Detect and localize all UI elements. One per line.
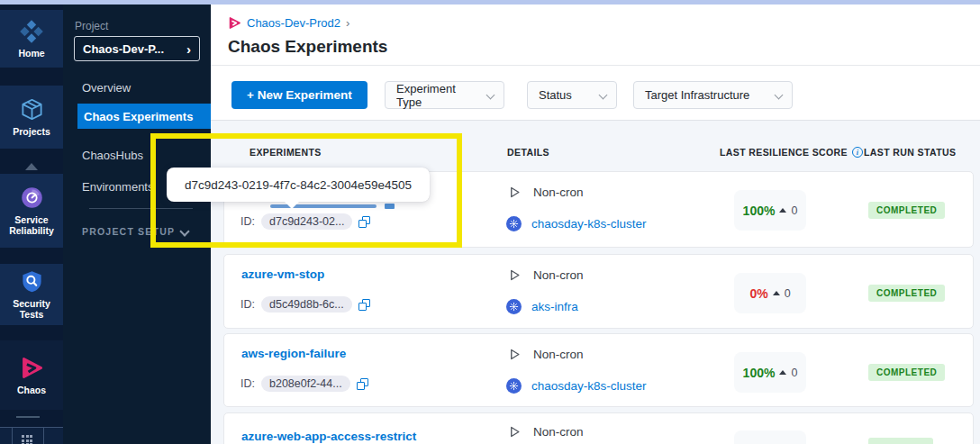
toolbar: + New Experiment Experiment Type Status … [211,66,980,121]
delta-up-icon [779,370,786,375]
score-value: 100% [743,204,776,218]
rail-item-service-reliability[interactable]: Service Reliability [0,174,63,248]
column-header-experiments: EXPERIMENTS [250,147,322,158]
main-content: Chaos-Dev-Prod2 › Chaos Experiments + Ne… [211,5,980,444]
rail-item-home[interactable]: Home [0,10,63,68]
experiment-name-link[interactable]: aws-region-failure [241,347,346,360]
copy-icon[interactable] [358,299,370,311]
schedule-label: Non-cron [533,348,584,361]
sidebar-item-chaoshubs[interactable]: ChaosHubs [82,149,143,162]
play-icon [508,348,522,361]
column-header-last-run-status: LAST RUN STATUS [864,147,956,158]
rail-item-chaos[interactable]: Chaos [0,340,63,410]
rail-item-label: Chaos [17,385,46,395]
column-header-resilience-score: LAST RESILIENCE SCORE i [720,147,863,158]
kubernetes-icon [506,378,522,394]
rail-scroll-up-icon[interactable] [25,163,38,170]
experiment-type-filter[interactable]: Experiment Type [385,81,504,109]
delta-up-icon [773,291,780,295]
tooltip-caret [284,201,300,209]
chevron-right-icon: › [186,42,191,56]
resilience-score-pill[interactable]: 0% 0 [734,273,806,313]
breadcrumb-project-link[interactable]: Chaos-Dev-Prod2 [247,16,340,30]
schedule-cell: Non-cron [508,268,584,282]
chaos-icon [20,356,44,380]
schedule-cell: Non-cron [508,425,584,439]
status-badge: COMPLETED [868,202,945,219]
experiment-id-value: d5c49d8b-6c... [261,296,352,313]
rail-item-label: Service Reliability [6,214,57,236]
score-delta: 0 [785,287,791,300]
experiment-id-row: ID: d5c49d8b-6c... [240,296,370,313]
rail-item-label: Security Tests [0,298,63,320]
chaos-breadcrumb-icon [228,16,241,30]
rail-item-security-tests[interactable]: Security Tests [0,264,63,325]
rail-item-label: Home [18,48,44,59]
filter-label: Experiment Type [396,82,476,109]
resilience-score-pill[interactable] [734,430,806,444]
play-icon [508,186,522,199]
delta-up-icon [779,208,786,213]
app-launcher-grid-icon[interactable] [22,435,33,444]
rail-bottom-bar [0,427,63,444]
obscured-copy-icon [385,204,395,209]
id-label: ID: [240,215,255,228]
infrastructure-link[interactable]: aks-infra [531,300,578,313]
schedule-cell: Non-cron [508,348,584,361]
sidebar-item-label: Chaos Experiments [84,110,193,123]
rail-item-label: Projects [13,126,50,137]
schedule-label: Non-cron [533,186,584,199]
page-header: Chaos-Dev-Prod2 › Chaos Experiments [211,5,980,66]
id-label: ID: [240,377,255,390]
copy-icon[interactable] [357,378,368,390]
status-filter[interactable]: Status [527,81,617,109]
schedule-label: Non-cron [533,425,584,439]
kubernetes-icon [506,299,522,314]
status-badge: COMPLETED [868,364,945,381]
chevron-down-icon [775,91,784,100]
tooltip-text: d7c9d243-0219-4f7c-84c2-3004e59e4505 [185,178,412,192]
project-selector[interactable]: Chaos-Dev-P... › [74,36,200,61]
id-label: ID: [240,298,255,311]
info-icon[interactable]: i [852,147,863,158]
experiment-name-link[interactable]: azure-vm-stop [241,267,324,281]
security-tests-shield-icon [20,269,44,294]
experiment-name-link[interactable]: azure-web-app-access-restrict [241,430,416,443]
play-icon [508,268,522,282]
score-value: 0% [749,286,767,301]
rail-divider [16,416,40,418]
table-row[interactable]: azure-vm-stop ID: d5c49d8b-6c... Non-cro… [223,254,974,329]
project-setup-section[interactable]: PROJECT SETUP [82,226,175,237]
new-experiment-button[interactable]: + New Experiment [231,81,368,109]
resilience-score-pill[interactable]: 100% 0 [734,190,806,231]
home-icon [20,20,43,43]
infrastructure-link[interactable]: chaosday-k8s-cluster [531,217,647,231]
column-header-label: LAST RESILIENCE SCORE [720,147,848,158]
breadcrumb-separator: › [346,16,349,30]
infrastructure-link[interactable]: chaosday-k8s-cluster [531,379,647,393]
resilience-score-pill[interactable]: 100% 0 [734,352,806,393]
experiment-id-value: b208e0f2-44... [261,376,350,392]
infrastructure-cell: chaosday-k8s-cluster [506,378,647,394]
experiment-id-value: d7c9d243-02... [261,213,352,230]
copy-icon[interactable] [358,216,370,228]
sidebar-item-chaos-experiments[interactable]: Chaos Experiments [77,104,211,129]
table-row[interactable]: azure-web-app-access-restrict Non-cron [223,412,974,444]
sidebar-item-overview[interactable]: Overview [82,81,131,95]
play-icon [508,425,522,439]
table-row[interactable]: aws-region-failure ID: b208e0f2-44... No… [223,333,974,407]
breadcrumb: Chaos-Dev-Prod2 › [228,16,349,30]
status-badge: COMPLETED [868,285,945,302]
schedule-label: Non-cron [533,268,584,282]
sidebar-item-environments[interactable]: Environments [82,180,153,194]
project-sidebar: Project Chaos-Dev-P... › Overview Chaos … [63,5,211,444]
project-label: Project [75,20,108,32]
module-rail: Home Projects Service Reliability Securi… [0,5,63,444]
target-infrastructure-filter[interactable]: Target Infrastructure [633,81,793,109]
sidebar-divider [89,208,193,209]
service-reliability-icon [20,186,44,210]
chevron-down-icon[interactable] [179,226,189,236]
score-value: 100% [743,366,776,380]
filter-label: Status [539,88,572,102]
rail-item-projects[interactable]: Projects [0,86,63,149]
